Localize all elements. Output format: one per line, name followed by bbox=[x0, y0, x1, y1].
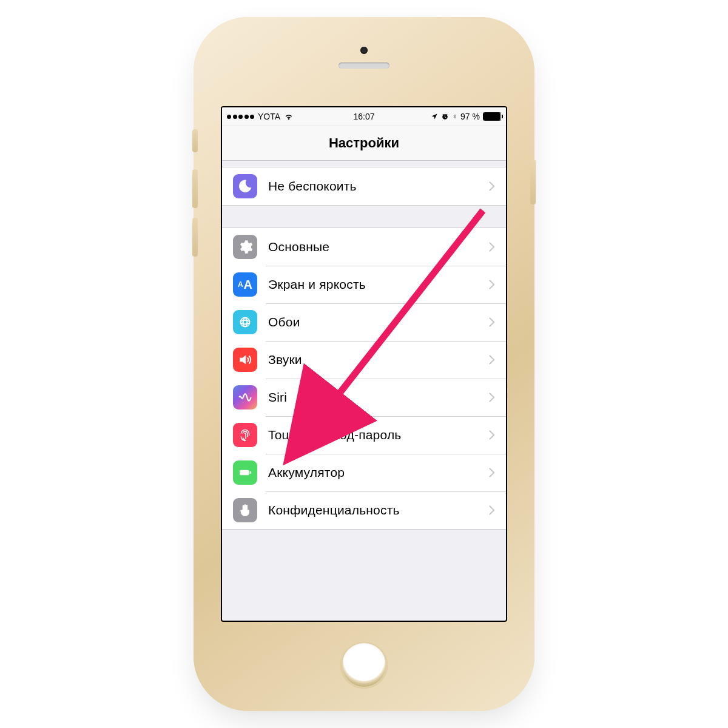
navigation-bar: Настройки bbox=[222, 126, 506, 161]
row-general[interactable]: Основные bbox=[222, 228, 506, 266]
wifi-icon bbox=[284, 112, 294, 121]
row-battery[interactable]: Аккумулятор bbox=[222, 454, 506, 491]
page-title: Настройки bbox=[329, 135, 399, 151]
settings-group: Основные AA Экран и яркость bbox=[222, 228, 506, 530]
svg-rect-2 bbox=[240, 470, 249, 476]
alarm-icon bbox=[441, 113, 449, 121]
row-siri[interactable]: Siri bbox=[222, 379, 506, 416]
hand-icon bbox=[233, 498, 257, 522]
status-bar: YOTA 16:07 97 % bbox=[222, 107, 506, 126]
signal-strength-icon bbox=[227, 115, 254, 119]
chevron-right-icon bbox=[488, 279, 495, 290]
fingerprint-icon bbox=[233, 423, 257, 447]
chevron-right-icon bbox=[488, 354, 495, 365]
front-camera bbox=[360, 47, 368, 54]
chevron-right-icon bbox=[488, 317, 495, 328]
carrier-label: YOTA bbox=[258, 112, 280, 121]
row-privacy[interactable]: Конфиденциальность bbox=[222, 491, 506, 529]
chevron-right-icon bbox=[488, 505, 495, 516]
chevron-right-icon bbox=[488, 241, 495, 252]
volume-up-button bbox=[192, 169, 198, 208]
chevron-right-icon bbox=[488, 467, 495, 478]
row-label: Аккумулятор bbox=[268, 465, 488, 480]
svg-point-1 bbox=[240, 317, 249, 326]
row-label: Siri bbox=[268, 390, 488, 405]
gear-icon bbox=[233, 235, 257, 259]
home-button[interactable] bbox=[340, 641, 388, 689]
top-sensors bbox=[198, 47, 530, 69]
text-size-icon: AA bbox=[233, 272, 257, 297]
volume-down-button bbox=[192, 218, 198, 257]
wallpaper-icon bbox=[233, 310, 257, 334]
row-label: Конфиденциальность bbox=[268, 503, 488, 517]
settings-group: Не беспокоить bbox=[222, 167, 506, 206]
clock: 16:07 bbox=[353, 112, 374, 121]
chevron-right-icon bbox=[488, 181, 495, 192]
bluetooth-icon bbox=[452, 112, 457, 121]
moon-icon bbox=[233, 174, 257, 198]
row-label: Экран и яркость bbox=[268, 277, 488, 292]
row-label: Touch ID и код-пароль bbox=[268, 428, 488, 442]
power-button bbox=[530, 160, 536, 204]
row-touch-id[interactable]: Touch ID и код-пароль bbox=[222, 416, 506, 454]
screen: YOTA 16:07 97 % bbox=[221, 106, 507, 622]
svg-rect-3 bbox=[250, 471, 251, 474]
location-icon bbox=[431, 113, 438, 120]
speaker-icon bbox=[233, 348, 257, 372]
row-sounds[interactable]: Звуки bbox=[222, 341, 506, 379]
row-label: Обои bbox=[268, 315, 488, 329]
earpiece-speaker bbox=[339, 62, 389, 69]
mute-switch bbox=[192, 129, 198, 152]
battery-icon bbox=[233, 460, 257, 485]
iphone-device-frame: YOTA 16:07 97 % bbox=[198, 21, 530, 707]
row-label: Не беспокоить bbox=[268, 179, 488, 194]
chevron-right-icon bbox=[488, 392, 495, 403]
row-display-brightness[interactable]: AA Экран и яркость bbox=[222, 266, 506, 303]
row-label: Основные bbox=[268, 240, 488, 254]
row-label: Звуки bbox=[268, 352, 488, 367]
siri-icon bbox=[233, 385, 257, 410]
row-wallpaper[interactable]: Обои bbox=[222, 303, 506, 341]
settings-list[interactable]: Не беспокоить Основные bbox=[222, 161, 506, 622]
row-do-not-disturb[interactable]: Не беспокоить bbox=[222, 167, 506, 205]
battery-percent: 97 % bbox=[460, 112, 480, 121]
battery-icon bbox=[483, 112, 501, 121]
chevron-right-icon bbox=[488, 430, 495, 440]
